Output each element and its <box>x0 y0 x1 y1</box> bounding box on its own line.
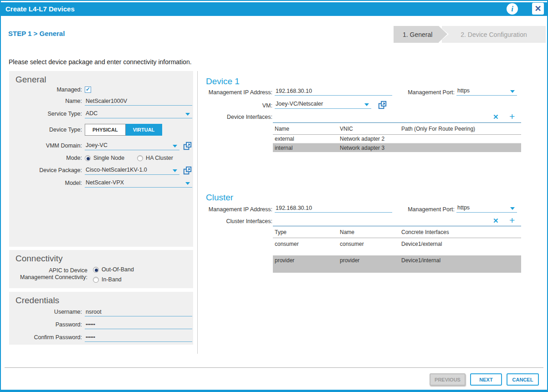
table-cell: internal <box>273 145 338 151</box>
chevron-down-icon <box>185 182 190 185</box>
dialog-title: Create L4-L7 Devices <box>5 2 75 16</box>
device-package-value: Cisco-NetScaler1KV-1.0 <box>86 167 147 173</box>
confirm-password-input[interactable] <box>85 333 192 342</box>
radio-icon <box>93 277 99 283</box>
name-input[interactable] <box>85 97 192 106</box>
table-cell: provider <box>273 257 338 264</box>
open-in-new-window-icon[interactable] <box>378 101 387 109</box>
radio-icon <box>93 267 99 273</box>
cluster-mgmt-port-label: Management Port: <box>401 206 455 213</box>
column-header[interactable]: Type <box>273 229 338 235</box>
mode-single-node-radio[interactable]: Single Node <box>85 155 124 161</box>
chevron-down-icon <box>173 169 177 172</box>
column-header[interactable]: Path (Only For Route Peering) <box>399 126 521 132</box>
table-row[interactable]: providerproviderDevice1/internal <box>273 255 521 273</box>
chevron-down-icon <box>510 90 515 93</box>
model-value: NetScaler-VPX <box>86 179 124 186</box>
table-header-row: TypeNameConcrete Interfaces <box>273 226 521 238</box>
step-breadcrumb: STEP 1 > General <box>8 30 65 37</box>
open-in-new-window-icon[interactable] <box>183 166 192 175</box>
device-interfaces-delete-icon[interactable]: ✕ <box>493 113 499 121</box>
vmm-domain-label: VMM Domain: <box>9 143 85 149</box>
chevron-down-icon <box>173 145 177 148</box>
table-cell: external <box>273 136 338 142</box>
device1-mgmt-port-label: Management Port: <box>401 89 455 96</box>
general-section: General Managed: Name: Service Type: ADC… <box>9 71 193 247</box>
password-input[interactable] <box>85 320 192 329</box>
vmm-domain-dropdown[interactable]: Joey-VC <box>85 141 179 150</box>
table-cell: Device1/internal <box>399 257 521 264</box>
column-header[interactable]: Name <box>273 126 338 132</box>
out-of-band-label: Out-Of-Band <box>102 266 134 273</box>
table-cell: provider <box>338 257 399 264</box>
name-label: Name: <box>9 98 85 104</box>
close-icon[interactable]: ✕ <box>532 3 544 15</box>
cluster-interfaces-table: TypeNameConcrete Interfacesconsumerconsu… <box>273 226 521 273</box>
device1-mgmt-ip-input[interactable] <box>275 87 392 96</box>
username-input[interactable] <box>85 307 192 316</box>
device-package-dropdown[interactable]: Cisco-NetScaler1KV-1.0 <box>85 166 179 175</box>
credentials-section: Credentials Username: Password: Confirm … <box>9 292 193 345</box>
table-row[interactable]: externalNetwork adapter 2 <box>273 135 521 143</box>
mode-ha-cluster-radio[interactable]: HA Cluster <box>137 155 173 161</box>
table-row[interactable]: internalNetwork adapter 3 <box>273 143 521 152</box>
service-type-dropdown[interactable]: ADC <box>85 109 192 118</box>
device-package-label: Device Package: <box>9 167 85 173</box>
cluster-interfaces-label: Cluster Interfaces: <box>201 218 272 224</box>
connectivity-heading: Connectivity <box>15 254 193 264</box>
vm-dropdown[interactable]: Joey-VC/Netscaler <box>275 100 371 109</box>
device-type-toggle: PHYSICAL VIRTUAL <box>85 124 162 136</box>
cluster-mgmt-ip-input[interactable] <box>275 204 392 213</box>
column-header[interactable]: VNIC <box>338 126 399 132</box>
device-type-physical-button[interactable]: PHYSICAL <box>85 124 126 136</box>
device1-mgmt-port-dropdown[interactable]: https <box>456 87 517 96</box>
mode-single-node-label: Single Node <box>93 155 124 161</box>
service-type-value: ADC <box>86 110 97 117</box>
credentials-heading: Credentials <box>15 295 193 305</box>
managed-label: Managed: <box>9 87 85 93</box>
confirm-password-label: Confirm Password: <box>9 334 85 341</box>
open-in-new-window-icon[interactable] <box>183 142 192 150</box>
create-l4-l7-devices-dialog: Create L4-L7 Devices i ✕ STEP 1 > Genera… <box>0 0 548 392</box>
managed-checkbox[interactable] <box>85 87 91 93</box>
table-cell: Device1/external <box>399 241 521 247</box>
cluster-interfaces-add-icon[interactable]: + <box>509 215 515 226</box>
table-cell: Network adapter 3 <box>338 145 399 151</box>
device-type-label: Device Type: <box>9 127 85 133</box>
vmm-domain-value: Joey-VC <box>86 142 108 148</box>
chevron-down-icon <box>364 103 369 106</box>
previous-button[interactable]: PREVIOUS <box>430 373 466 386</box>
instruction-text: Please select device package and enter c… <box>9 58 192 66</box>
device1-mgmt-port-value: https <box>457 87 470 94</box>
info-icon[interactable]: i <box>507 3 518 15</box>
cancel-button[interactable]: CANCEL <box>507 373 539 386</box>
next-button[interactable]: NEXT <box>470 373 502 386</box>
column-header[interactable]: Name <box>338 229 399 235</box>
device-interfaces-table: NameVNICPath (Only For Route Peering)ext… <box>273 122 521 152</box>
service-type-label: Service Type: <box>9 111 85 117</box>
table-cell: consumer <box>273 241 338 247</box>
username-label: Username: <box>9 309 85 315</box>
device1-heading: Device 1 <box>206 76 240 87</box>
model-dropdown[interactable]: NetScaler-VPX <box>85 178 192 188</box>
device-type-virtual-button[interactable]: VIRTUAL <box>126 124 163 136</box>
in-band-label: In-Band <box>102 276 122 283</box>
cluster-interfaces-delete-icon[interactable]: ✕ <box>493 217 499 225</box>
device-interfaces-add-icon[interactable]: + <box>509 111 515 122</box>
column-header[interactable]: Concrete Interfaces <box>399 229 521 235</box>
table-cell: Network adapter 2 <box>338 136 399 142</box>
radio-icon <box>137 155 143 161</box>
wizard-step-device-configuration[interactable]: 2. Device Configuration <box>442 26 546 43</box>
wizard-step-general[interactable]: 1. General <box>394 26 439 43</box>
cluster-heading: Cluster <box>206 193 233 203</box>
connectivity-in-band-radio[interactable]: In-Band <box>93 276 134 283</box>
password-label: Password: <box>9 321 85 328</box>
cluster-mgmt-ip-label: Management IP Address: <box>201 206 272 213</box>
table-row[interactable]: consumerconsumerDevice1/external <box>273 238 521 250</box>
cluster-mgmt-port-dropdown[interactable]: https <box>456 204 517 213</box>
apic-connectivity-label: APIC to Device Management Connectivity: <box>9 267 87 281</box>
device-interfaces-label: Device Interfaces: <box>201 114 272 120</box>
footer-divider <box>5 367 543 368</box>
chevron-down-icon <box>510 207 515 210</box>
connectivity-out-of-band-radio[interactable]: Out-Of-Band <box>93 266 134 273</box>
